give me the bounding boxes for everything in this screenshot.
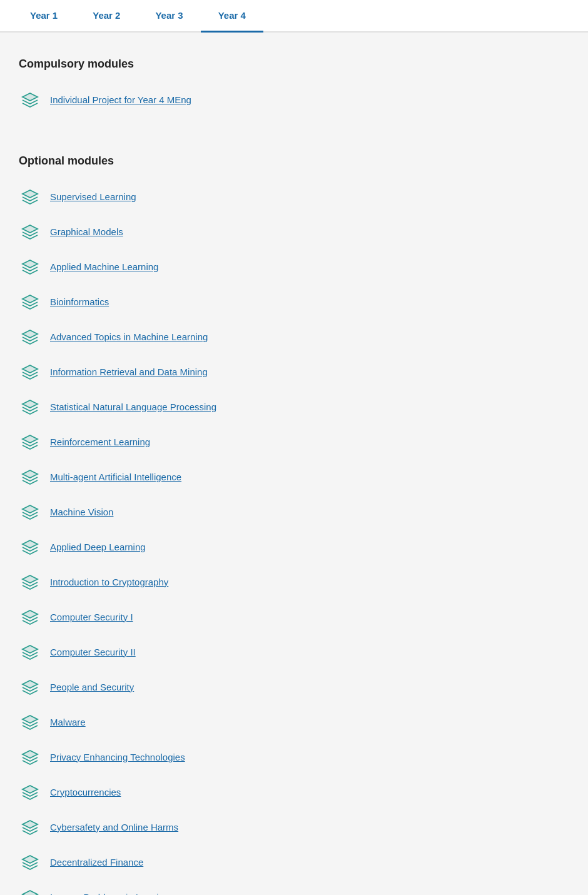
layers-icon [19, 325, 41, 348]
layers-icon [19, 710, 41, 733]
tab-year4[interactable]: Year 4 [201, 0, 263, 33]
layers-icon [19, 816, 41, 838]
module-link[interactable]: Malware [50, 717, 86, 727]
compulsory-heading: Compulsory modules [19, 58, 569, 71]
layers-icon [19, 290, 41, 313]
layers-icon [19, 220, 41, 243]
module-link[interactable]: Advanced Topics in Machine Learning [50, 331, 208, 342]
module-link[interactable]: Computer Security II [50, 647, 136, 657]
layers-icon [19, 570, 41, 593]
layers-icon [19, 360, 41, 383]
module-link[interactable]: Multi-agent Artificial Intelligence [50, 472, 181, 482]
module-link[interactable]: Computer Security I [50, 612, 133, 622]
list-item: Decentralized Finance [19, 844, 569, 879]
layers-icon [19, 535, 41, 558]
list-item: Information Retrieval and Data Mining [19, 354, 569, 389]
list-item: Malware [19, 704, 569, 739]
list-item: Inverse Problems in Imaging [19, 879, 569, 895]
list-item: Supervised Learning [19, 179, 569, 214]
module-link[interactable]: Cybersafety and Online Harms [50, 822, 178, 832]
list-item: Advanced Topics in Machine Learning [19, 319, 569, 354]
layers-icon [19, 851, 41, 873]
layers-icon [19, 746, 41, 768]
list-item: Bioinformatics [19, 284, 569, 319]
module-link[interactable]: Applied Machine Learning [50, 261, 158, 272]
module-link[interactable]: Reinforcement Learning [50, 437, 150, 447]
layers-icon [19, 255, 41, 278]
list-item: Applied Deep Learning [19, 529, 569, 564]
module-link[interactable]: Cryptocurrencies [50, 787, 121, 797]
layers-icon [19, 430, 41, 453]
list-item: Privacy Enhancing Technologies [19, 739, 569, 774]
tab-year2[interactable]: Year 2 [75, 0, 138, 33]
layers-icon [19, 395, 41, 418]
layers-icon [19, 640, 41, 663]
layers-icon [19, 185, 41, 208]
compulsory-module-list: Individual Project for Year 4 MEng [19, 82, 569, 117]
optional-heading: Optional modules [19, 154, 569, 168]
list-item: Computer Security I [19, 599, 569, 634]
layers-icon [19, 88, 41, 111]
list-item: People and Security [19, 669, 569, 704]
layers-icon [19, 465, 41, 488]
module-link[interactable]: Bioinformatics [50, 296, 109, 307]
module-link[interactable]: Machine Vision [50, 507, 113, 517]
module-link[interactable]: Introduction to Cryptography [50, 577, 168, 587]
module-link[interactable]: Decentralized Finance [50, 857, 143, 867]
tab-bar: Year 1 Year 2 Year 3 Year 4 [0, 0, 588, 33]
list-item: Cryptocurrencies [19, 774, 569, 809]
module-link[interactable]: Individual Project for Year 4 MEng [50, 94, 191, 105]
module-link[interactable]: Graphical Models [50, 226, 123, 237]
list-item: Cybersafety and Online Harms [19, 809, 569, 844]
module-link[interactable]: Privacy Enhancing Technologies [50, 752, 185, 762]
module-link[interactable]: Information Retrieval and Data Mining [50, 367, 208, 377]
list-item: Machine Vision [19, 494, 569, 529]
layers-icon [19, 675, 41, 698]
list-item: Introduction to Cryptography [19, 564, 569, 599]
module-link[interactable]: Statistical Natural Language Processing [50, 402, 216, 412]
list-item: Multi-agent Artificial Intelligence [19, 459, 569, 494]
layers-icon [19, 605, 41, 628]
list-item: Graphical Models [19, 214, 569, 249]
layers-icon [19, 500, 41, 523]
list-item: Computer Security II [19, 634, 569, 669]
optional-module-list: Supervised Learning Graphical Models App… [19, 179, 569, 895]
module-link[interactable]: Supervised Learning [50, 191, 136, 202]
module-link[interactable]: Inverse Problems in Imaging [50, 892, 169, 896]
tab-year3[interactable]: Year 3 [138, 0, 200, 33]
list-item: Statistical Natural Language Processing [19, 389, 569, 424]
layers-icon [19, 886, 41, 895]
tab-year1[interactable]: Year 1 [13, 0, 75, 33]
list-item: Individual Project for Year 4 MEng [19, 82, 569, 117]
main-content: Compulsory modules Individual Project fo… [0, 33, 588, 895]
layers-icon [19, 781, 41, 803]
module-link[interactable]: Applied Deep Learning [50, 542, 146, 552]
module-link[interactable]: People and Security [50, 682, 134, 692]
list-item: Reinforcement Learning [19, 424, 569, 459]
list-item: Applied Machine Learning [19, 249, 569, 284]
